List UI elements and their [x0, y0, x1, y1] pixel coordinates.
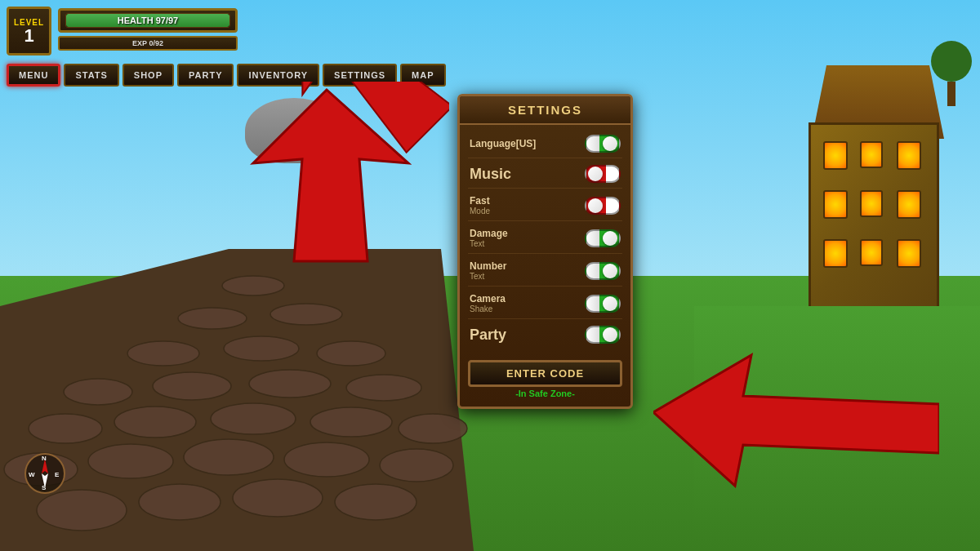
building-window-1: [823, 141, 848, 170]
svg-point-23: [270, 304, 342, 325]
settings-panel: SETTINGS Language[US] Music Fast Mode: [457, 94, 633, 409]
tree-1: [931, 41, 972, 106]
svg-point-8: [284, 442, 369, 477]
party-toggle[interactable]: [585, 326, 621, 344]
svg-point-7: [184, 439, 274, 475]
damage-sublabel: Text: [470, 239, 508, 248]
fast-label: Fast: [470, 195, 490, 207]
svg-point-9: [380, 449, 453, 482]
svg-text:S: S: [42, 484, 47, 491]
health-exp-container: HEALTH 97/97 EXP 0/92: [58, 7, 238, 51]
nav-inventory[interactable]: INVENTORY: [237, 64, 319, 87]
setting-camera-shake: Camera Shake: [468, 288, 622, 319]
enter-code-container: ENTER CODE -In Safe Zone-: [460, 360, 630, 398]
svg-point-24: [222, 276, 284, 295]
svg-point-2: [139, 484, 220, 520]
svg-point-3: [233, 479, 323, 517]
nav-bar: MENU STATS SHOP PARTY INVENTORY SETTINGS…: [7, 64, 446, 87]
svg-point-16: [153, 372, 231, 400]
number-toggle[interactable]: [585, 262, 621, 280]
setting-language: Language[US]: [468, 130, 622, 158]
compass-circle: N S W E: [24, 453, 65, 494]
building-window-6: [897, 190, 921, 219]
svg-point-15: [64, 379, 132, 405]
svg-point-19: [127, 341, 199, 366]
setting-number-text: Number Text: [468, 256, 622, 287]
building-window-9: [897, 239, 921, 268]
svg-text:N: N: [42, 455, 47, 462]
language-label: Language[US]: [470, 138, 536, 149]
svg-point-4: [335, 484, 416, 520]
damage-toggle[interactable]: [585, 229, 621, 247]
svg-point-6: [88, 444, 173, 478]
nav-settings[interactable]: SETTINGS: [323, 64, 397, 87]
music-label: Music: [470, 166, 511, 183]
nav-menu[interactable]: MENU: [7, 64, 60, 87]
camera-label: Camera: [470, 293, 506, 304]
level-box: LEVEL 1: [7, 7, 51, 56]
svg-point-12: [211, 403, 296, 434]
svg-text:W: W: [29, 471, 35, 478]
building-window-7: [823, 239, 848, 268]
safe-zone-text: -In Safe Zone-: [515, 389, 575, 398]
enter-code-button[interactable]: ENTER CODE: [468, 360, 622, 387]
exp-text: EXP 0/92: [65, 39, 231, 47]
exp-bar-container: EXP 0/92: [58, 36, 238, 51]
number-group: Number Text: [470, 260, 506, 281]
party-knob: [603, 327, 617, 342]
level-number: 1: [24, 27, 33, 45]
building-window-3: [897, 141, 921, 170]
hud-top: LEVEL 1 HEALTH 97/97 EXP 0/92: [7, 7, 238, 56]
health-text: HEALTH 97/97: [118, 16, 178, 25]
number-sublabel: Text: [470, 272, 506, 281]
camera-group: Camera Shake: [470, 293, 506, 313]
svg-text:E: E: [55, 471, 60, 478]
svg-point-18: [346, 375, 421, 401]
number-label: Number: [470, 260, 506, 272]
building-window-8: [860, 239, 883, 266]
music-toggle-knob: [588, 167, 603, 181]
damage-knob: [603, 231, 617, 246]
music-toggle[interactable]: [585, 165, 621, 183]
fast-mode-group: Fast Mode: [470, 195, 490, 216]
nav-party[interactable]: PARTY: [177, 64, 234, 87]
nav-stats[interactable]: STATS: [64, 64, 118, 87]
compass-svg: N S W E: [26, 455, 64, 492]
fast-sublabel: Mode: [470, 207, 490, 216]
building-window-5: [860, 190, 883, 217]
svg-point-17: [249, 370, 331, 398]
svg-point-10: [29, 414, 102, 443]
camera-knob: [603, 296, 617, 311]
tree-trunk-1: [947, 82, 956, 106]
settings-items: Language[US] Music Fast Mode Dam: [460, 125, 630, 353]
party-label: Party: [470, 327, 506, 344]
settings-title: SETTINGS: [460, 96, 630, 125]
camera-toggle[interactable]: [585, 295, 621, 313]
building-window-2: [860, 141, 883, 168]
tree-top-1: [931, 41, 972, 82]
svg-point-20: [224, 336, 299, 361]
right-grass: [694, 306, 980, 551]
svg-point-21: [317, 341, 385, 366]
svg-point-14: [399, 414, 467, 443]
setting-fast-mode: Fast Mode: [468, 190, 622, 221]
health-bar-bg: HEALTH 97/97: [65, 13, 230, 28]
setting-damage-text: Damage Text: [468, 223, 622, 254]
svg-point-13: [310, 407, 392, 437]
camera-sublabel: Shake: [470, 304, 506, 313]
fast-mode-toggle[interactable]: [585, 197, 621, 215]
language-toggle[interactable]: [585, 135, 621, 153]
fast-mode-knob: [588, 198, 603, 213]
svg-point-11: [114, 407, 196, 438]
compass: N S W E: [24, 453, 74, 502]
health-bar-container: HEALTH 97/97: [58, 8, 238, 33]
language-toggle-knob: [603, 136, 617, 151]
damage-group: Damage Text: [470, 228, 508, 248]
number-knob: [603, 264, 617, 278]
setting-party: Party: [468, 321, 622, 349]
building-window-4: [823, 190, 848, 219]
nav-shop[interactable]: SHOP: [122, 64, 174, 87]
nav-map[interactable]: MAP: [400, 64, 445, 87]
svg-point-22: [178, 308, 247, 329]
setting-music: Music: [468, 160, 622, 189]
